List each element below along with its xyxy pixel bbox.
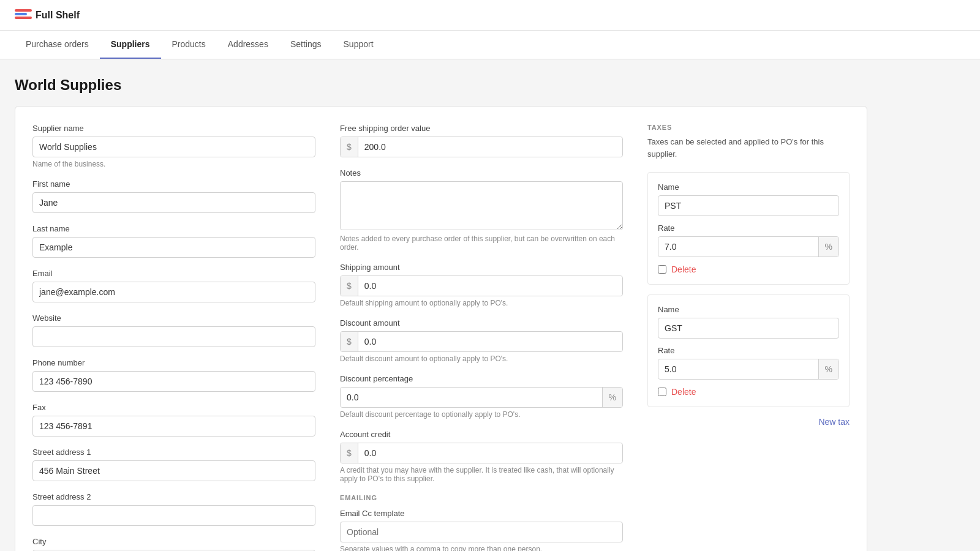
tab-support[interactable]: Support [333,31,385,59]
free-shipping-label: Free shipping order value [340,124,623,133]
tab-addresses[interactable]: Addresses [217,31,279,59]
main-nav: Purchase orders Suppliers Products Addre… [0,31,980,59]
street2-label: Street address 2 [32,492,315,501]
email-input[interactable] [32,282,315,302]
new-tax-link[interactable]: New tax [647,417,850,427]
notes-label: Notes [340,168,623,178]
page-title: World Supplies [15,77,867,94]
email-label: Email [32,269,315,278]
supplier-name-group: Supplier name Name of the business. [32,124,315,168]
discount-amount-prefix: $ [341,332,358,351]
tax1-delete-label[interactable]: Delete [671,264,696,274]
discount-pct-input[interactable] [341,388,602,407]
supplier-form-card: Supplier name Name of the business. Firs… [15,106,867,551]
discount-amount-label: Discount amount [340,318,623,328]
last-name-input[interactable] [32,237,315,258]
tax2-rate-suffix: % [818,359,839,379]
street1-label: Street address 1 [32,448,315,457]
discount-amount-group: Discount amount $ Default discount amoun… [340,318,623,363]
fax-label: Fax [32,403,315,412]
email-cc-group: Email Cc template Separate values with a… [340,509,623,551]
email-cc-input[interactable] [340,522,623,542]
phone-group: Phone number [32,358,315,392]
shipping-amount-input-wrap: $ [340,276,623,296]
free-shipping-input-wrap: $ [340,137,623,157]
app-title: Full Shelf [36,10,80,21]
shipping-amount-input[interactable] [358,276,622,296]
emailing-section-label: EMAILING [340,494,623,501]
tab-products[interactable]: Products [161,31,217,59]
last-name-group: Last name [32,224,315,258]
tab-purchase-orders[interactable]: Purchase orders [15,31,100,59]
tax1-rate-input[interactable] [658,237,818,257]
shipping-amount-prefix: $ [341,276,358,296]
tax1-name-group: Name [658,182,839,216]
tax1-delete-checkbox[interactable] [658,265,666,274]
tax2-delete-checkbox[interactable] [658,388,666,396]
street1-group: Street address 1 [32,448,315,481]
account-credit-prefix: $ [341,443,358,463]
website-input[interactable] [32,326,315,347]
notes-textarea[interactable] [340,181,623,230]
free-shipping-prefix: $ [341,137,358,157]
tax2-name-label: Name [658,305,839,314]
discount-amount-input-wrap: $ [340,331,623,352]
tab-settings[interactable]: Settings [279,31,333,59]
discount-pct-input-wrap: % [340,387,623,408]
tax2-rate-group: Rate % [658,346,839,380]
top-bar: Full Shelf [0,0,980,31]
discount-pct-hint: Default discount percentage to optionall… [340,410,623,419]
tax-block-1: Name Rate % Delete [647,172,850,285]
page-content: World Supplies Supplier name Name of the… [0,59,882,551]
account-credit-input[interactable] [358,443,622,463]
street2-input[interactable] [32,505,315,526]
discount-pct-label: Discount percentage [340,374,623,383]
first-name-input[interactable] [32,192,315,213]
email-cc-hint: Separate values with a comma to copy mor… [340,545,623,551]
discount-amount-hint: Default discount amount to optionally ap… [340,354,623,363]
discount-amount-input[interactable] [358,332,622,351]
left-column: Supplier name Name of the business. Firs… [32,124,315,551]
tax2-rate-label: Rate [658,346,839,355]
taxes-description: Taxes can be selected and applied to PO'… [647,136,850,160]
shipping-amount-hint: Default shipping amount to optionally ap… [340,299,623,307]
tax2-rate-input[interactable] [658,359,818,379]
phone-label: Phone number [32,358,315,367]
fax-input[interactable] [32,416,315,437]
free-shipping-input[interactable] [358,137,622,157]
email-cc-label: Email Cc template [340,509,623,518]
free-shipping-group: Free shipping order value $ [340,124,623,157]
tax1-name-label: Name [658,182,839,192]
first-name-label: First name [32,179,315,189]
email-group: Email [32,269,315,302]
notes-hint: Notes added to every purchase order of t… [340,234,623,252]
taxes-header: TAXES [647,124,850,131]
account-credit-hint: A credit that you may have with the supp… [340,466,623,483]
discount-pct-suffix: % [602,388,622,407]
tax2-rate-wrap: % [658,359,839,380]
supplier-name-hint: Name of the business. [32,160,315,168]
website-label: Website [32,313,315,323]
supplier-name-label: Supplier name [32,124,315,133]
account-credit-group: Account credit $ A credit that you may h… [340,430,623,483]
street2-group: Street address 2 [32,492,315,526]
tax-block-2: Name Rate % Delete [647,294,850,407]
first-name-group: First name [32,179,315,213]
tax1-name-input[interactable] [658,195,839,216]
tax1-rate-group: Rate % [658,223,839,257]
street1-input[interactable] [32,460,315,481]
notes-group: Notes Notes added to every purchase orde… [340,168,623,252]
phone-input[interactable] [32,371,315,392]
discount-pct-group: Discount percentage % Default discount p… [340,374,623,419]
logo-icon [15,9,32,21]
tax1-rate-wrap: % [658,236,839,257]
tab-suppliers[interactable]: Suppliers [100,31,161,59]
taxes-column: TAXES Taxes can be selected and applied … [647,124,850,551]
website-group: Website [32,313,315,347]
tax2-name-input[interactable] [658,318,839,339]
tax2-delete-label[interactable]: Delete [671,387,696,397]
supplier-name-input[interactable] [32,137,315,157]
account-credit-input-wrap: $ [340,443,623,463]
city-label: City [32,537,315,546]
shipping-amount-label: Shipping amount [340,263,623,272]
